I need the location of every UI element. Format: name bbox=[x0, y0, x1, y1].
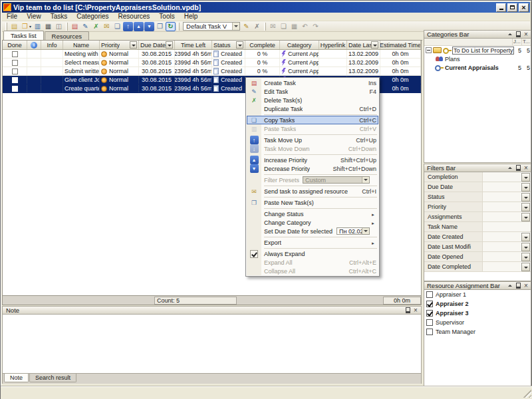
close-icon[interactable] bbox=[412, 307, 419, 314]
column-header-due-date[interactable]: Due Date&Tim bbox=[139, 41, 175, 49]
toolbar-handle[interactable] bbox=[66, 23, 68, 31]
done-checkbox[interactable] bbox=[12, 68, 18, 74]
column-header-complete[interactable]: Complete bbox=[245, 41, 280, 49]
context-menu-item[interactable]: Create Task Ins bbox=[247, 78, 378, 87]
context-menu-item[interactable]: Collapse All Ctrl+Alt+C bbox=[247, 267, 378, 275]
resource-checkbox[interactable] bbox=[426, 301, 433, 307]
note-tab[interactable]: Search result bbox=[29, 374, 76, 382]
column-header-done[interactable]: Done bbox=[3, 41, 27, 49]
done-checkbox[interactable] bbox=[12, 86, 18, 92]
context-menu-item[interactable]: Copy Tasks Ctrl+C bbox=[247, 116, 378, 124]
column-header-info[interactable]: Info bbox=[41, 41, 63, 49]
done-cell[interactable] bbox=[3, 67, 27, 75]
create-task-icon[interactable] bbox=[70, 22, 80, 31]
resource-item[interactable]: Appraiser 1 bbox=[424, 290, 531, 299]
restore-button[interactable] bbox=[507, 3, 517, 12]
save-icon[interactable] bbox=[33, 22, 43, 31]
task-row[interactable]: Meeting with Normal 30.08.2015 2399d 4h … bbox=[3, 50, 421, 59]
context-menu-item[interactable]: Delete Task(s) bbox=[247, 96, 378, 104]
column-header-category[interactable]: Category bbox=[280, 41, 319, 49]
context-menu-item[interactable]: Edit Task F4 bbox=[247, 87, 378, 96]
category-node-root[interactable]: To Do List for Property Appraiser 5 5 bbox=[424, 46, 531, 55]
filter-value[interactable] bbox=[483, 242, 521, 251]
toolbar-handle[interactable] bbox=[5, 23, 7, 31]
task-move-up-icon[interactable] bbox=[123, 22, 133, 31]
context-menu-item[interactable]: Change Status bbox=[247, 209, 378, 218]
toolbar-handle[interactable] bbox=[264, 23, 266, 31]
filter-value[interactable] bbox=[483, 172, 521, 182]
print-preview-icon[interactable] bbox=[54, 22, 64, 31]
pin-icon[interactable] bbox=[515, 31, 521, 38]
task-row[interactable]: Select measures Normal 30.08.2015 2399d … bbox=[3, 59, 421, 67]
column-header-info-flag[interactable] bbox=[27, 41, 41, 49]
category-node-current-appraisals[interactable]: Current Appraisals 5 5 bbox=[424, 63, 531, 72]
context-menu-item[interactable]: Export bbox=[247, 238, 378, 247]
done-cell[interactable] bbox=[3, 50, 27, 58]
filter-dropdown-icon[interactable] bbox=[521, 203, 530, 211]
filter-value[interactable] bbox=[483, 182, 521, 192]
close-icon[interactable] bbox=[523, 283, 529, 289]
filter-dropdown-icon[interactable] bbox=[521, 263, 530, 271]
resource-item[interactable]: Supervisor bbox=[424, 318, 531, 327]
delete-task-icon[interactable] bbox=[91, 22, 101, 31]
edit-task-icon[interactable] bbox=[80, 22, 90, 31]
done-cell[interactable] bbox=[3, 76, 27, 84]
combo-dropdown-icon[interactable] bbox=[362, 177, 369, 183]
filter-dropdown-icon[interactable] bbox=[130, 41, 137, 49]
menu-bar-item[interactable]: Tools bbox=[154, 13, 179, 21]
close-icon[interactable] bbox=[523, 165, 529, 172]
done-cell[interactable] bbox=[3, 59, 27, 66]
column-header-date-modified[interactable]: Date Last Mo bbox=[347, 41, 380, 49]
copy-tasks-icon[interactable] bbox=[112, 22, 122, 31]
pin-icon[interactable] bbox=[515, 283, 521, 289]
rollup-icon[interactable] bbox=[507, 31, 513, 38]
filter-dropdown-icon[interactable] bbox=[521, 213, 530, 221]
pin-icon[interactable] bbox=[404, 307, 411, 314]
resource-item[interactable]: Appraiser 3 bbox=[424, 309, 531, 318]
filter-dropdown-icon[interactable] bbox=[236, 41, 243, 49]
menu-inline-combo[interactable]: Custom bbox=[303, 176, 370, 184]
filter-value[interactable] bbox=[483, 202, 521, 211]
close-button[interactable] bbox=[519, 3, 529, 12]
menu-bar-item[interactable]: Resources bbox=[114, 13, 155, 21]
dropdown-caret-icon[interactable] bbox=[29, 24, 31, 29]
minimize-button[interactable] bbox=[496, 3, 506, 12]
decrease-priority-icon[interactable] bbox=[144, 22, 154, 31]
increase-priority-icon[interactable] bbox=[134, 22, 144, 31]
done-checkbox[interactable] bbox=[12, 60, 18, 66]
filter-dropdown-icon[interactable] bbox=[521, 243, 530, 251]
category-node-plans[interactable]: Plans bbox=[424, 55, 531, 63]
filter-value[interactable] bbox=[483, 252, 521, 261]
column-header-status[interactable]: Status bbox=[212, 41, 245, 49]
filter-dropdown-icon[interactable] bbox=[521, 253, 530, 261]
context-menu-item[interactable]: Expand All Ctrl+Alt+E bbox=[247, 258, 378, 267]
menu-bar-item[interactable]: Help bbox=[180, 13, 203, 21]
done-cell[interactable] bbox=[3, 84, 27, 92]
context-menu-item[interactable]: Paste Tasks Ctrl+V bbox=[247, 124, 378, 133]
menu-inline-combo[interactable]: Пн 02.02.2009 bbox=[336, 227, 370, 235]
menu-bar-item[interactable]: Categories bbox=[72, 13, 113, 21]
note-tab[interactable]: Note bbox=[4, 374, 29, 382]
filter-value[interactable] bbox=[483, 232, 521, 241]
column-header-hyperlink[interactable]: Hyperlink bbox=[319, 41, 347, 49]
column-header-priority[interactable]: Priority bbox=[100, 41, 139, 49]
filter-value[interactable] bbox=[483, 222, 531, 231]
pin-icon[interactable] bbox=[515, 165, 521, 172]
menu-bar-item[interactable]: Tasks bbox=[46, 13, 72, 21]
context-menu-item[interactable]: Always Expand bbox=[247, 249, 378, 258]
toolbar-handle[interactable] bbox=[178, 23, 180, 31]
filter-value[interactable] bbox=[483, 262, 521, 271]
new-icon[interactable] bbox=[9, 22, 19, 31]
context-menu-item[interactable]: Set Due Date for selected tasks Пн 02.02… bbox=[247, 227, 378, 235]
view-tab[interactable]: Tasks list bbox=[3, 31, 44, 40]
column-header-estimated[interactable]: Estimated Time bbox=[380, 41, 421, 49]
resource-checkbox[interactable] bbox=[426, 291, 433, 298]
combo-dropdown-icon[interactable] bbox=[362, 228, 369, 234]
refresh-icon[interactable] bbox=[166, 22, 176, 31]
note-content[interactable] bbox=[2, 315, 422, 374]
resource-item[interactable]: Team Manager bbox=[424, 327, 531, 336]
context-menu-item[interactable]: Decrease Priority Shift+Ctrl+Down bbox=[247, 164, 378, 173]
view-tab[interactable]: Resources bbox=[45, 31, 89, 40]
context-menu-item[interactable]: Send task to assigned resource Ctrl+I bbox=[247, 187, 378, 196]
rollup-icon[interactable] bbox=[507, 165, 513, 172]
